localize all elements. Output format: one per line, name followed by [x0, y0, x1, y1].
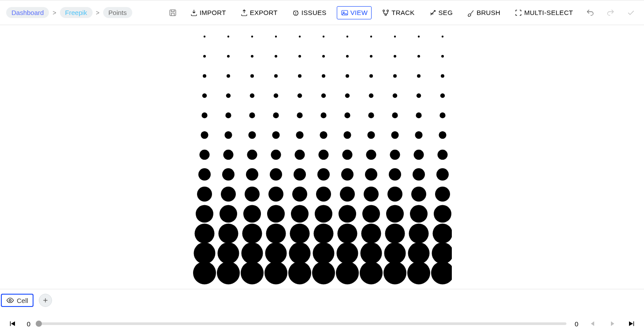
- seg-label: SEG: [439, 9, 453, 16]
- svg-point-19: [203, 55, 206, 57]
- svg-point-102: [340, 186, 355, 201]
- svg-point-144: [288, 261, 311, 284]
- svg-point-109: [243, 205, 261, 222]
- svg-point-117: [434, 205, 451, 222]
- svg-point-36: [346, 74, 349, 78]
- skip-last-icon: [628, 320, 636, 328]
- seg-button[interactable]: SEG: [425, 6, 457, 19]
- svg-point-133: [289, 242, 310, 264]
- svg-point-70: [367, 131, 375, 139]
- svg-point-56: [297, 112, 302, 118]
- svg-point-66: [272, 131, 279, 139]
- multi-select-button[interactable]: MULTI-SELECT: [510, 6, 577, 19]
- canvas-image: [193, 28, 452, 287]
- svg-point-129: [194, 242, 215, 264]
- svg-point-73: [439, 131, 446, 139]
- svg-point-135: [336, 242, 358, 264]
- canvas-area[interactable]: [0, 25, 644, 289]
- timeline-track[interactable]: [39, 322, 566, 325]
- view-icon: [341, 9, 349, 17]
- svg-point-57: [320, 112, 326, 118]
- svg-point-121: [266, 223, 286, 243]
- svg-point-136: [360, 242, 382, 264]
- svg-point-32: [250, 74, 254, 78]
- svg-point-27: [394, 55, 396, 57]
- svg-point-46: [321, 93, 325, 97]
- check-icon: [626, 8, 635, 17]
- svg-point-87: [246, 168, 258, 181]
- svg-point-139: [432, 242, 452, 264]
- svg-point-137: [384, 242, 406, 264]
- svg-point-86: [222, 168, 235, 181]
- svg-point-92: [365, 168, 377, 181]
- svg-point-17: [417, 35, 419, 37]
- svg-point-39: [417, 74, 421, 78]
- svg-point-13: [322, 35, 324, 37]
- svg-point-53: [225, 112, 231, 118]
- brush-label: BRUSH: [476, 9, 500, 16]
- svg-point-119: [218, 223, 238, 243]
- svg-point-28: [417, 55, 420, 57]
- svg-point-91: [341, 168, 354, 181]
- timeline-first-button[interactable]: [6, 318, 19, 330]
- svg-point-130: [217, 242, 239, 264]
- brush-button[interactable]: BRUSH: [463, 6, 504, 19]
- svg-point-107: [196, 205, 213, 222]
- view-label: VIEW: [350, 9, 368, 16]
- breadcrumb: Dashboard > Freepik > Points: [6, 7, 132, 18]
- halftone-pattern: [193, 28, 452, 287]
- svg-point-41: [202, 93, 206, 97]
- svg-point-74: [199, 149, 209, 159]
- svg-point-10: [251, 35, 253, 37]
- redo-icon: [606, 8, 615, 17]
- label-chip-cell[interactable]: Cell: [1, 294, 34, 307]
- svg-point-50: [416, 93, 421, 97]
- svg-point-67: [296, 131, 303, 139]
- svg-point-26: [370, 55, 372, 57]
- save-button[interactable]: [166, 6, 180, 20]
- timeline-prev-button[interactable]: [587, 318, 599, 330]
- svg-point-64: [224, 131, 232, 139]
- svg-point-148: [383, 261, 406, 284]
- view-button[interactable]: VIEW: [337, 6, 372, 19]
- svg-point-14: [346, 35, 348, 37]
- undo-button[interactable]: [583, 6, 597, 20]
- svg-point-81: [366, 149, 376, 159]
- svg-point-9: [227, 35, 229, 37]
- issues-button[interactable]: ISSUES: [288, 6, 331, 19]
- svg-point-96: [197, 186, 212, 201]
- svg-point-47: [345, 93, 349, 97]
- svg-point-125: [361, 223, 381, 243]
- svg-point-134: [313, 242, 334, 264]
- svg-point-143: [264, 261, 287, 284]
- svg-point-100: [292, 186, 307, 201]
- breadcrumb-project[interactable]: Freepik: [60, 7, 93, 18]
- svg-point-65: [248, 131, 256, 139]
- svg-point-115: [386, 205, 404, 222]
- svg-point-88: [270, 168, 282, 181]
- breadcrumb-dashboard[interactable]: Dashboard: [6, 7, 49, 18]
- timeline-thumb[interactable]: [36, 321, 42, 327]
- import-button[interactable]: IMPORT: [186, 6, 230, 19]
- timeline-next-button[interactable]: [606, 318, 618, 330]
- timeline-last-button[interactable]: [625, 318, 638, 330]
- svg-point-22: [275, 55, 277, 57]
- svg-point-128: [432, 223, 452, 243]
- track-icon: [382, 9, 390, 17]
- svg-point-33: [274, 74, 278, 78]
- svg-point-146: [336, 261, 359, 284]
- svg-point-89: [294, 168, 306, 181]
- tool-group: IMPORT EXPORT ISSUES VIEW TRACK SEG BRUS…: [166, 6, 638, 20]
- track-button[interactable]: TRACK: [378, 6, 418, 19]
- svg-point-131: [241, 242, 263, 264]
- export-button[interactable]: EXPORT: [236, 6, 282, 19]
- svg-point-18: [441, 35, 443, 37]
- confirm-button[interactable]: [624, 6, 638, 20]
- svg-point-80: [342, 149, 352, 159]
- add-label-button[interactable]: [39, 294, 52, 307]
- svg-point-38: [393, 74, 397, 78]
- redo-button[interactable]: [603, 6, 618, 20]
- multi-select-icon: [514, 9, 522, 17]
- svg-point-21: [251, 55, 253, 57]
- save-icon: [168, 8, 177, 17]
